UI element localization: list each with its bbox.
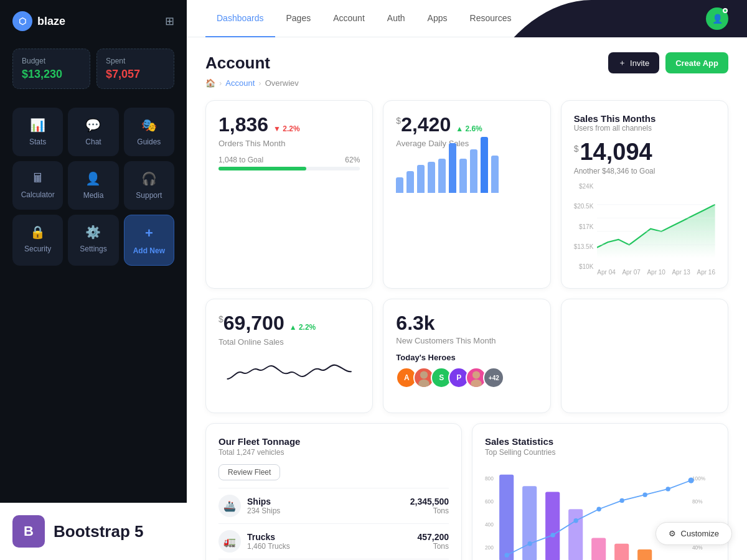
svg-text:40%: 40% — [692, 544, 703, 551]
settings-label: Settings — [80, 245, 106, 253]
nav-link-apps[interactable]: Apps — [416, 0, 459, 37]
top-nav-links: Dashboards Pages Account Auth Apps Resou… — [205, 0, 522, 37]
sales-month-title: Sales This Months — [574, 113, 715, 124]
guides-icon: 🎭 — [141, 118, 157, 133]
progress-bar-bg — [218, 167, 360, 170]
fleet-item-trucks: 🚛 Trucks 1,460 Trucks 457,200 Tons — [218, 523, 449, 559]
trucks-name: Trucks — [247, 532, 290, 542]
customers-label: New Customers This Month — [396, 336, 537, 345]
ships-unit: Tons — [410, 506, 449, 515]
sales-goal: Another $48,346 to Goal — [574, 167, 715, 175]
svg-point-5 — [419, 380, 430, 388]
online-sales-card: $69,700 ▲ 2.2% Total Online Sales — [205, 299, 373, 413]
sales-month-card: Sales This Months Users from all channel… — [561, 100, 728, 289]
customize-icon: ⚙ — [669, 529, 676, 538]
online-sales-badge: ▲ 2.2% — [289, 323, 316, 332]
menu-icon[interactable]: ⊞ — [165, 14, 174, 28]
y-labels: $24K $20.5K $17K $13.5K $10K — [574, 183, 598, 270]
heroes-title: Today's Heroes — [396, 353, 537, 362]
wavy-chart — [218, 354, 360, 398]
orders-badge: ▼ 2.2% — [273, 124, 300, 133]
sidebar-item-guides[interactable]: 🎭 Guides — [124, 108, 174, 156]
page-header-row: Account ＋ Invite Create App — [205, 52, 728, 73]
svg-rect-17 — [522, 486, 537, 560]
chat-icon: 💬 — [85, 118, 101, 133]
budget-value: $13,230 — [22, 68, 81, 81]
create-app-button[interactable]: Create App — [665, 52, 728, 73]
breadcrumb-account[interactable]: Account — [225, 78, 255, 88]
customers-number: 6.3k — [396, 312, 537, 335]
mini-bar-chart — [396, 156, 537, 193]
svg-point-28 — [619, 498, 624, 503]
spent-label: Spent — [106, 57, 165, 65]
spent-value: $7,057 — [106, 68, 165, 81]
search-button[interactable]: 🔍 — [676, 7, 698, 30]
chat-label: Chat — [85, 138, 101, 146]
bar-4 — [428, 162, 435, 193]
nav-link-dashboards[interactable]: Dashboards — [205, 0, 275, 37]
daily-sales-card: $2,420 ▲ 2.6% Average Daily Sales — [383, 100, 550, 289]
daily-sales-badge: ▲ 2.6% — [456, 124, 482, 133]
online-dot — [723, 8, 728, 13]
calculator-icon: 🖩 — [32, 171, 44, 185]
breadcrumb-overview: Overwiev — [265, 78, 299, 88]
new-customers-card: 6.3k New Customers This Month Today's He… — [383, 299, 550, 413]
sidebar-item-settings[interactable]: ⚙️ Settings — [68, 215, 118, 266]
security-label: Security — [24, 245, 51, 253]
progress-pct: 62% — [345, 156, 360, 164]
bar-10 — [491, 156, 499, 193]
support-label: Support — [136, 191, 162, 200]
svg-text:100%: 100% — [692, 475, 706, 482]
nav-link-pages[interactable]: Pages — [275, 0, 322, 37]
stats-placeholder-card — [561, 299, 728, 413]
trucks-icon: 🚛 — [218, 530, 241, 553]
nav-link-resources[interactable]: Resources — [459, 0, 523, 37]
customize-button[interactable]: ⚙ Customize — [655, 522, 732, 545]
top-nav: Dashboards Pages Account Auth Apps Resou… — [187, 0, 747, 37]
fleet-card: Our Fleet Tonnage Total 1,247 vehicles R… — [205, 423, 462, 560]
svg-point-6 — [472, 371, 480, 378]
svg-rect-16 — [499, 475, 514, 560]
add-new-icon: + — [145, 225, 153, 241]
progress-row: 1,048 to Goal 62% — [218, 156, 360, 164]
sales-line-chart — [597, 183, 715, 264]
sidebar-item-stats[interactable]: 📊 Stats — [12, 108, 63, 156]
orders-number: 1,836 — [218, 113, 268, 136]
trucks-count: 1,460 Trucks — [247, 542, 290, 551]
budget-label: Budget — [22, 57, 81, 65]
stats-label: Stats — [29, 138, 46, 146]
sidebar-item-add-new[interactable]: + Add New — [124, 215, 174, 266]
review-fleet-button[interactable]: Review Fleet — [218, 464, 280, 480]
daily-sales-number: $2,420 — [396, 113, 451, 136]
fleet-subtitle: Total 1,247 vehicles — [218, 448, 449, 457]
fleet-item-ships: 🚢 Ships 234 Ships 2,345,500 Tons — [218, 488, 449, 523]
breadcrumb-home[interactable]: 🏠 — [205, 78, 215, 88]
svg-rect-20 — [591, 538, 606, 561]
sidebar-item-security[interactable]: 🔒 Security — [12, 215, 63, 266]
online-sales-label: Total Online Sales — [218, 337, 360, 347]
invite-button[interactable]: ＋ Invite — [608, 52, 659, 73]
support-icon: 🎧 — [141, 171, 157, 186]
stats-icon: 📊 — [30, 118, 45, 133]
budget-row: Budget $13,230 Spent $7,057 — [0, 42, 187, 101]
sidebar-item-media[interactable]: 👤 Media — [68, 161, 118, 210]
sales-stats-sub: Top Selling Countries — [485, 448, 715, 457]
bootstrap-badge: B Bootstrap 5 — [0, 503, 187, 560]
svg-point-26 — [573, 518, 578, 523]
settings-icon: ⚙️ — [85, 225, 101, 240]
heroes-row: A S P +42 — [396, 367, 537, 388]
bootstrap-icon: B — [12, 515, 45, 548]
trucks-value: 457,200 — [417, 532, 449, 542]
bottom-grid: Our Fleet Tonnage Total 1,247 vehicles R… — [205, 423, 728, 560]
nav-link-auth[interactable]: Auth — [376, 0, 416, 37]
nav-link-account[interactable]: Account — [322, 0, 376, 37]
bootstrap-text: Bootstrap 5 — [54, 522, 143, 541]
svg-point-29 — [642, 492, 647, 497]
sidebar-item-support[interactable]: 🎧 Support — [124, 161, 174, 210]
page-title: Account — [205, 54, 270, 73]
sidebar-item-calculator[interactable]: 🖩 Calculator — [12, 161, 63, 210]
svg-point-25 — [550, 533, 555, 537]
svg-text:80%: 80% — [692, 498, 703, 505]
sidebar-item-chat[interactable]: 💬 Chat — [68, 108, 118, 156]
user-avatar[interactable]: 👤 — [706, 7, 728, 30]
